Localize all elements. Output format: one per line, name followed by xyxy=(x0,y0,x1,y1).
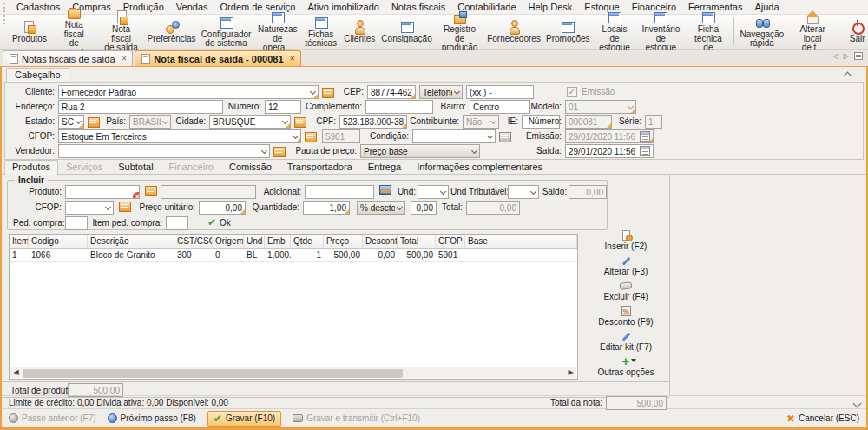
cep-field[interactable]: 88774-462 xyxy=(367,85,416,99)
column-header-total[interactable]: Total xyxy=(398,235,436,248)
vendedor-lookup-icon[interactable] xyxy=(273,146,286,156)
action-editar-kit-f7[interactable]: Editar kit (F7) xyxy=(587,329,665,352)
telefone-field[interactable]: (xx ) - xyxy=(466,85,534,99)
condicao-lookup-icon[interactable] xyxy=(499,131,511,142)
toolbar-button-naturezas-de-opera[interactable]: Naturezas de opera... xyxy=(253,15,301,49)
toolbar-button-navega-o-r-pida[interactable]: Navegação rápida xyxy=(737,15,786,49)
item-ped-compra-field[interactable] xyxy=(166,216,188,230)
tab-informa-es-complementares[interactable]: Informações complementares xyxy=(409,160,550,174)
toolbar-button-produtos[interactable]: Produtos xyxy=(9,15,50,49)
tab-subtotal[interactable]: Subtotal xyxy=(110,160,161,174)
toolbar-button-clientes[interactable]: Clientes xyxy=(340,15,378,49)
toolbar-button-sair[interactable]: Sair xyxy=(838,15,868,49)
preco-unitario-field[interactable]: 0,00 xyxy=(199,201,246,215)
scroll-left-icon[interactable]: ◀ xyxy=(10,367,22,378)
menu-cadastros[interactable]: Cadastros xyxy=(10,1,66,13)
toolbar-button-consigna-o[interactable]: Consignação xyxy=(378,15,434,49)
produto-lookup-icon[interactable] xyxy=(145,185,157,195)
cliente-lookup-icon[interactable] xyxy=(322,87,334,97)
pr-ximo-passo-f8-button[interactable]: Próximo passo (F8) xyxy=(108,413,196,423)
toolbar-button-fornecedores[interactable]: Fornecedores xyxy=(484,15,542,49)
scroll-right-icon[interactable]: ▶ xyxy=(565,367,576,378)
document-tab-notas-fiscais-de-sa-da[interactable]: Notas fiscais de saída ✕ xyxy=(3,50,133,66)
cfop-lookup-icon[interactable] xyxy=(305,131,317,142)
menu-ajuda[interactable]: Ajuda xyxy=(748,1,785,13)
close-tab-icon[interactable]: ✕ xyxy=(290,55,296,63)
cfop-combobox[interactable]: Estoque Em Terceiros xyxy=(58,129,301,143)
column-header-descri-o[interactable]: Descrição xyxy=(88,235,174,248)
table-row[interactable]: 11066Bloco de Granito3000BL1,000...1500,… xyxy=(10,249,577,262)
action-desconto-f9[interactable]: Desconto (F9) xyxy=(587,304,665,327)
unit-conversion-icon[interactable] xyxy=(379,185,391,195)
column-header-base[interactable]: Base xyxy=(465,235,577,248)
column-header-emb[interactable]: Emb xyxy=(265,235,291,248)
action-alterar-f3[interactable]: Alterar (F3) xyxy=(587,254,665,276)
menu-ferramentas[interactable]: Ferramentas xyxy=(682,1,748,13)
column-header-qtde[interactable]: Qtde xyxy=(291,235,324,248)
column-header-cst-csosn[interactable]: CST/CSOSN xyxy=(174,235,213,248)
column-header-item[interactable]: Item xyxy=(10,235,29,248)
pauta-combobox[interactable]: Preço base xyxy=(360,144,480,158)
tab-cabecalho[interactable]: Cabeçalho xyxy=(6,68,69,82)
toolbar-button-nota-fiscal-de-sa-da[interactable]: Nota fiscal de saída xyxy=(98,15,145,49)
saida-field[interactable]: 29/01/2020 11:56 xyxy=(565,144,654,158)
toolbar-button-ficha-t-cnica-de[interactable]: Ficha técnica de xyxy=(686,15,732,49)
action-inserir-f2[interactable]: Inserir (F2) xyxy=(587,228,665,251)
toolbar-button-alterar-local-de-t[interactable]: Alterar local de t... xyxy=(787,15,838,49)
column-header-origem[interactable]: Origem xyxy=(213,235,244,248)
descto-field[interactable]: 0,00 xyxy=(411,201,437,215)
tab-entrega[interactable]: Entrega xyxy=(360,160,410,174)
toolbar-button-locais-de-estoque[interactable]: Locais de estoque xyxy=(593,15,636,49)
tab-transportadora[interactable]: Transportadora xyxy=(279,160,360,174)
complemento-field[interactable] xyxy=(365,100,433,114)
cliente-combobox[interactable]: Fornecedor Padrão xyxy=(58,85,319,99)
menu-ordem-de-servi-o[interactable]: Ordem de serviço xyxy=(214,1,302,13)
toolbar-button-promo-es[interactable]: Promoções xyxy=(543,15,593,49)
toolbar-button-invent-rio-de-estoque[interactable]: Inventário de estoque xyxy=(636,15,685,49)
condicao-combobox[interactable] xyxy=(412,129,496,143)
column-header-und[interactable]: Und xyxy=(244,235,265,248)
tab-produtos[interactable]: Produtos xyxy=(4,160,58,175)
gravar-f10-button[interactable]: ✔Gravar (F10) xyxy=(207,411,281,427)
vendedor-combobox[interactable] xyxy=(58,144,270,158)
descto-type-select[interactable]: % descto: xyxy=(357,201,405,215)
toolbar-button-configurador-do-sistema[interactable]: Configurador do sistema xyxy=(199,15,254,49)
toolbar-button-prefer-ncias[interactable]: Preferências xyxy=(144,15,198,49)
scroll-down-icon[interactable] xyxy=(853,400,862,408)
adicional-field[interactable] xyxy=(305,185,374,199)
incluir-cfop-combobox[interactable] xyxy=(65,201,114,215)
column-header-desconto[interactable]: Desconto xyxy=(363,235,398,248)
ped-compra-field[interactable] xyxy=(65,216,88,230)
action-excluir-f4[interactable]: Excluir (F4) xyxy=(587,279,665,301)
toolbar-button-registro-de-produ-o[interactable]: Registro de produção xyxy=(435,15,485,49)
tab-scroll-right-icon[interactable]: ▷ xyxy=(844,52,849,60)
collapse-header-icon[interactable] xyxy=(844,72,852,81)
cancel-button[interactable]: ✖ Cancelar (ESC) xyxy=(786,413,859,424)
scrollbar-thumb[interactable] xyxy=(23,369,403,378)
close-tab-icon[interactable]: ✕ xyxy=(122,55,128,63)
endereco-field[interactable]: Rua 2 xyxy=(58,100,223,114)
menu-ativo-imobilizado[interactable]: Ativo imobilizado xyxy=(301,1,385,13)
toolbar-button-nota-fiscal-de-entrada[interactable]: Nota fiscal de entrada xyxy=(50,15,98,49)
numero-endereco-field[interactable]: 12 xyxy=(265,100,301,114)
und-combobox[interactable] xyxy=(418,185,449,199)
horizontal-scrollbar[interactable]: ◀ ▶ xyxy=(10,367,576,378)
menu-help-desk[interactable]: Help Desk xyxy=(523,1,579,13)
action-outras-op-es[interactable]: + Outras opções xyxy=(587,354,665,377)
column-header-codigo[interactable]: Codigo xyxy=(29,235,88,248)
menu-vendas[interactable]: Vendas xyxy=(170,1,214,13)
tab-list-icon[interactable] xyxy=(854,52,863,60)
column-header-pre-o[interactable]: Preço xyxy=(324,235,363,248)
menu-notas-fiscais[interactable]: Notas fiscais xyxy=(385,1,451,13)
telefone-type-select[interactable]: Telefone xyxy=(419,85,463,99)
quantidade-field[interactable]: 1,00 xyxy=(303,201,350,215)
tab-comiss-o[interactable]: Comissão xyxy=(221,160,279,174)
toolbar-button-fichas-t-cnicas[interactable]: Fichas técnicas xyxy=(301,15,340,49)
incluir-cfop-lookup-icon[interactable] xyxy=(119,201,131,211)
und-tributavel-combobox[interactable] xyxy=(508,185,539,199)
calendar-icon[interactable] xyxy=(640,146,650,156)
produto-field[interactable]: ✕ xyxy=(65,185,140,199)
tab-scroll-left-icon[interactable]: ◁ xyxy=(833,52,838,60)
document-tab-nota-fiscal-de-sa-da-000081[interactable]: Nota fiscal de saída - 000081 ✕ xyxy=(135,50,301,66)
column-header-cfop[interactable]: CFOP xyxy=(436,235,465,248)
